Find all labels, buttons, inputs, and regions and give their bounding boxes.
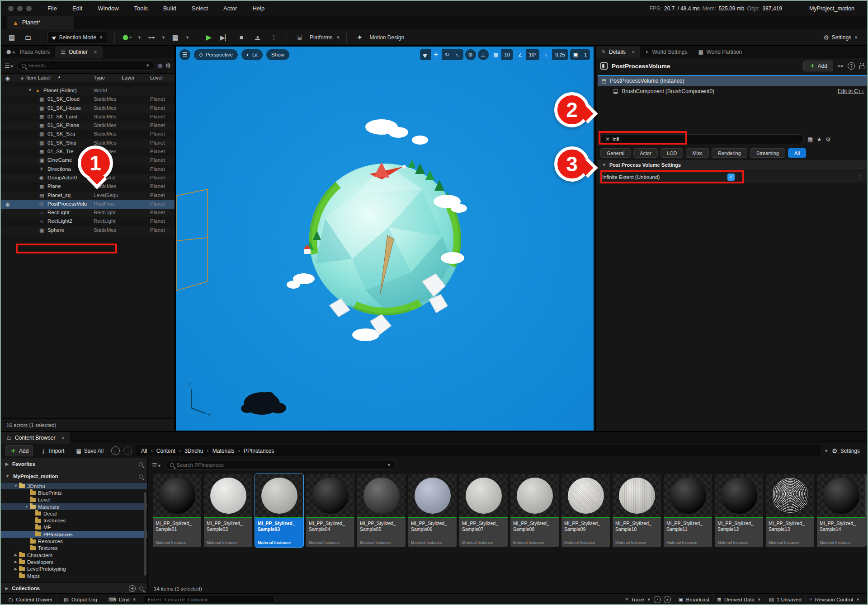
broadcast-button[interactable]: ▣ Broadcast — [675, 594, 714, 605]
frame-skip-button[interactable]: ▶▏ — [219, 32, 231, 43]
rotate-tool-icon[interactable]: ↻ — [442, 49, 453, 60]
breadcrumb-expand-icon[interactable]: ▼ — [824, 449, 828, 453]
visibility-eye-icon[interactable]: ◉ — [5, 201, 10, 207]
close-icon[interactable]: × — [632, 49, 635, 56]
table-row[interactable]: ◉ ▼ ▦ 01_SK_House StaticMes Planet — [1, 104, 175, 113]
filter-tab[interactable]: General — [600, 148, 631, 158]
world-space-icon[interactable]: ⊕ — [465, 49, 476, 60]
asset-tile[interactable]: MI_PP_Stylized_Sample07 Material Instanc… — [459, 474, 508, 547]
table-row[interactable]: ◉ ▼ ▲ Planet (Editor) World — [1, 87, 175, 95]
motion-design-button[interactable]: Motion Design — [369, 34, 404, 41]
derived-data-dropdown[interactable]: ≣ Derived Data ▼ — [713, 594, 765, 605]
folder-tree-item[interactable]: ▶ MF — [1, 524, 147, 531]
favorites-star-icon[interactable]: ★ — [816, 136, 822, 143]
table-row[interactable]: ◉ ▼ ☼ RectLight2 RectLight Planet — [1, 217, 175, 226]
filter-tab[interactable]: Misc — [686, 148, 709, 158]
folder-tree-item[interactable]: ▶ Decal — [1, 510, 147, 517]
viewport-menu-icon[interactable]: ☰ — [179, 49, 190, 60]
console-command-input[interactable] — [144, 595, 275, 604]
filter-icon[interactable]: ☰▼ — [5, 62, 14, 69]
menu-item[interactable]: Window — [90, 5, 126, 12]
folder-tree-item[interactable]: ▼ Materials — [1, 503, 147, 510]
add-collection-icon[interactable]: ＋ — [129, 585, 136, 592]
maximize-window-icon[interactable] — [26, 6, 32, 11]
asset-tile[interactable]: MI_PP_Stylized_Sample12 Material Instanc… — [715, 474, 763, 547]
folder-tree-item[interactable]: ▶ Instances — [1, 517, 147, 524]
details-search-input[interactable] — [613, 136, 799, 142]
column-level[interactable]: Level — [150, 75, 163, 80]
editor-settings-dropdown[interactable]: ⚙ Settings ▼ — [823, 34, 863, 41]
browse-content-icon[interactable]: 🗀 — [22, 32, 34, 43]
cmd-dropdown[interactable]: ⌨ Cmd ▼ — [105, 594, 140, 605]
table-row[interactable]: ◉ ▼ ▦ 01_SK_Cloud StaticMes Planet — [1, 95, 175, 104]
lock-icon[interactable] — [859, 66, 864, 69]
outliner-settings-icon[interactable]: ⚙ — [165, 62, 171, 69]
revision-control-dropdown[interactable]: ⑂ Revision Control ▼ — [806, 594, 863, 605]
property-row-infinite-extent[interactable]: Infinite Extent (Unbound) ✓ ⋮ — [598, 171, 868, 183]
table-row[interactable]: ◉ ▼ ▦ 01_SK_Land StaticMes Planet — [1, 113, 175, 122]
content-browser-settings[interactable]: ⚙ Settings — [832, 447, 863, 455]
folder-tree-item[interactable]: ▶ Resources — [1, 538, 147, 544]
back-icon[interactable]: ← — [111, 446, 120, 455]
table-row[interactable]: ◉ ▼ ▦ 01_SK_Plane StaticMes Planet — [1, 122, 175, 130]
search-input[interactable] — [28, 63, 143, 68]
asset-tile[interactable]: MI_PP_Stylized_Sample03 Material Instanc… — [255, 474, 303, 547]
platforms-dropdown[interactable]: Platforms — [310, 34, 333, 41]
asset-tile[interactable]: MI_PP_Stylized_Sample13 Material Instanc… — [766, 474, 814, 547]
expander-arrow-icon[interactable]: ▼ — [14, 484, 18, 488]
display-filter-icon[interactable]: ▦ — [807, 136, 813, 143]
add-component-button[interactable]: ＋ Add — [803, 61, 833, 71]
minimize-window-icon[interactable] — [17, 6, 23, 11]
selection-mode-dropdown[interactable]: ▶ Selection Mode ▼ — [47, 32, 108, 43]
table-row[interactable]: ◉ ▼ ▦ 01_SK_Ship StaticMes Planet — [1, 139, 175, 148]
tab-details[interactable]: ✎ Details × — [596, 46, 640, 58]
property-kebab-icon[interactable]: ⋮ — [859, 174, 864, 180]
expander-arrow-icon[interactable]: ▼ — [28, 88, 32, 92]
brush-component-row[interactable]: ⬓ BrushComponent (BrushComponent0) Edit … — [598, 86, 868, 97]
insights-icon[interactable]: ◔ — [654, 596, 661, 603]
search-icon[interactable] — [139, 474, 143, 478]
folder-tree-item[interactable]: ▶ LevelPrototyping — [1, 566, 147, 572]
folder-tree-item[interactable]: ▼ 3Dnchu — [1, 483, 147, 489]
folder-tree-item[interactable]: ▶ Developers — [1, 558, 147, 565]
table-row[interactable]: ◉ ▼ ☼ RectLight RectLight Planet — [1, 209, 175, 217]
menu-item[interactable]: Select — [184, 5, 216, 12]
snapshot-icon[interactable]: ◕ — [664, 596, 671, 603]
folder-tree-item[interactable]: ▶ PPInstances — [1, 531, 147, 538]
search-icon[interactable] — [139, 586, 143, 591]
rotation-snap-control[interactable]: ∠ 10° — [515, 49, 540, 60]
filter-tab[interactable]: Streaming — [750, 148, 785, 158]
content-drawer-button[interactable]: 🗀 Content Drawer — [5, 594, 57, 605]
folder-tree-item[interactable]: ▶ Maps — [1, 572, 147, 579]
asset-tile[interactable]: MI_PP_Stylized_Sample11 Material Instanc… — [664, 474, 712, 547]
table-row[interactable]: ◉ ▼ ◎ PostProcessVolu PostProc Planet — [1, 200, 175, 209]
expander-arrow-icon[interactable]: ▶ — [5, 462, 9, 466]
asset-grid-scrollbar[interactable] — [865, 474, 868, 546]
tab-world-partition[interactable]: ▦ World Partition — [693, 46, 747, 58]
surface-snap-icon[interactable]: ⊥ — [478, 49, 489, 60]
menu-item[interactable]: Help — [245, 5, 272, 12]
tree-scrollbar[interactable] — [144, 492, 146, 576]
menu-item[interactable]: Tools — [127, 5, 156, 12]
breadcrumb-item[interactable]: 3Dnchu — [184, 447, 212, 454]
expander-arrow-icon[interactable]: ▶ — [5, 586, 8, 591]
section-post-process-volume-settings[interactable]: ▼ Post Process Volume Settings — [598, 160, 868, 170]
infinite-extent-checkbox[interactable]: ✓ — [727, 174, 735, 181]
show-dropdown[interactable]: Show — [266, 49, 289, 60]
folder-tree-item[interactable]: ▶ Level — [1, 497, 147, 503]
breadcrumb-item[interactable]: All — [141, 447, 156, 454]
scale-snap-control[interactable]: ↔ 0.25 — [541, 49, 568, 60]
tab-world-settings[interactable]: ◐ World Settings — [640, 46, 693, 58]
details-search[interactable]: ✕ — [600, 134, 804, 144]
close-icon[interactable]: × — [61, 435, 65, 441]
expander-arrow-icon[interactable]: ▶ — [14, 560, 18, 564]
forward-icon[interactable]: → — [123, 446, 132, 455]
breadcrumb-item[interactable]: Materials — [212, 447, 244, 454]
unsaved-button[interactable]: ▤ 1 Unsaved — [765, 594, 806, 605]
menu-item[interactable]: Actor — [216, 5, 245, 12]
column-type[interactable]: Type — [94, 75, 105, 80]
asset-tile[interactable]: MI_PP_Stylized_Sample05 Material Instanc… — [357, 474, 406, 547]
tab-planet-level[interactable]: ▲ Planet* — [7, 16, 74, 29]
section-expander-icon[interactable]: ▼ — [602, 163, 606, 167]
perspective-dropdown[interactable]: ◇Perspective — [194, 49, 238, 60]
